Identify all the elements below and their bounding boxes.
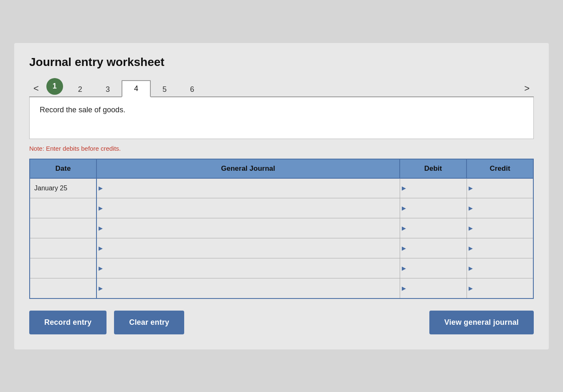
debit-input-4[interactable]: [407, 258, 467, 278]
credit-cell-5[interactable]: ▶: [467, 278, 533, 298]
gj-triangle-icon: ▶: [99, 225, 103, 231]
credit-cell-4[interactable]: ▶: [467, 258, 533, 278]
debit-cell-0[interactable]: ▶: [400, 178, 467, 198]
table-row: January 25▶▶▶: [30, 178, 533, 198]
record-entry-button[interactable]: Record entry: [29, 311, 107, 334]
debit-input-1[interactable]: [407, 198, 467, 218]
debit-triangle-icon: ▶: [402, 205, 406, 211]
tab-2[interactable]: 2: [66, 82, 94, 97]
credit-input-2[interactable]: [474, 218, 533, 238]
gj-input-2[interactable]: [104, 218, 400, 238]
credit-triangle-icon: ▶: [469, 245, 473, 251]
next-arrow[interactable]: >: [520, 84, 534, 96]
gj-cell-0[interactable]: ▶: [96, 178, 400, 198]
debit-cell-1[interactable]: ▶: [400, 198, 467, 218]
gj-input-4[interactable]: [104, 258, 400, 278]
tab-3[interactable]: 3: [94, 82, 122, 97]
table-row: ▶▶▶: [30, 218, 533, 238]
debit-input-5[interactable]: [407, 278, 467, 298]
prompt-box: Record the sale of goods.: [29, 97, 534, 139]
gj-cell-2[interactable]: ▶: [96, 218, 400, 238]
debit-cell-2[interactable]: ▶: [400, 218, 467, 238]
table-row: ▶▶▶: [30, 278, 533, 298]
date-cell-3: [30, 238, 96, 258]
debit-cell-4[interactable]: ▶: [400, 258, 467, 278]
debit-triangle-icon: ▶: [402, 285, 406, 291]
header-debit: Debit: [400, 159, 467, 178]
credit-cell-3[interactable]: ▶: [467, 238, 533, 258]
credit-cell-1[interactable]: ▶: [467, 198, 533, 218]
date-cell-4: [30, 258, 96, 278]
header-gj: General Journal: [96, 159, 400, 178]
credit-input-1[interactable]: [474, 198, 533, 218]
debit-input-0[interactable]: [407, 179, 467, 198]
gj-cell-1[interactable]: ▶: [96, 198, 400, 218]
gj-input-0[interactable]: [104, 179, 400, 198]
prompt-text: Record the sale of goods.: [40, 106, 125, 114]
note-text: Note: Enter debits before credits.: [29, 145, 534, 152]
tabs-navigation: < 1 2 3 4 5 6 >: [29, 77, 534, 97]
gj-triangle-icon: ▶: [99, 245, 103, 251]
credit-input-3[interactable]: [474, 238, 533, 258]
gj-triangle-icon: ▶: [99, 185, 103, 191]
gj-triangle-icon: ▶: [99, 285, 103, 291]
debit-triangle-icon: ▶: [402, 225, 406, 231]
tab-4[interactable]: 4: [122, 80, 151, 97]
credit-triangle-icon: ▶: [469, 225, 473, 231]
main-container: Journal entry worksheet < 1 2 3 4 5 6 > …: [14, 43, 549, 349]
gj-cell-3[interactable]: ▶: [96, 238, 400, 258]
date-cell-0: January 25: [30, 178, 96, 198]
page-title: Journal entry worksheet: [29, 56, 534, 69]
table-row: ▶▶▶: [30, 198, 533, 218]
credit-cell-0[interactable]: ▶: [467, 178, 533, 198]
gj-cell-4[interactable]: ▶: [96, 258, 400, 278]
view-general-journal-button[interactable]: View general journal: [429, 311, 534, 334]
gj-triangle-icon: ▶: [99, 205, 103, 211]
buttons-row: Record entry Clear entry View general jo…: [29, 311, 534, 334]
tab-5[interactable]: 5: [151, 82, 178, 97]
gj-input-3[interactable]: [104, 238, 400, 258]
debit-cell-5[interactable]: ▶: [400, 278, 467, 298]
credit-input-0[interactable]: [474, 179, 533, 198]
gj-triangle-icon: ▶: [99, 265, 103, 271]
gj-input-5[interactable]: [104, 278, 400, 298]
debit-triangle-icon: ▶: [402, 245, 406, 251]
date-cell-5: [30, 278, 96, 298]
debit-triangle-icon: ▶: [402, 185, 406, 191]
credit-input-5[interactable]: [474, 278, 533, 298]
tab-6[interactable]: 6: [178, 82, 206, 97]
date-cell-2: [30, 218, 96, 238]
journal-table: Date General Journal Debit Credit Januar…: [29, 159, 534, 299]
credit-triangle-icon: ▶: [469, 205, 473, 211]
prev-arrow[interactable]: <: [29, 84, 43, 96]
debit-input-2[interactable]: [407, 218, 467, 238]
gj-input-1[interactable]: [104, 198, 400, 218]
credit-input-4[interactable]: [474, 258, 533, 278]
debit-input-3[interactable]: [407, 238, 467, 258]
credit-cell-2[interactable]: ▶: [467, 218, 533, 238]
date-cell-1: [30, 198, 96, 218]
table-row: ▶▶▶: [30, 258, 533, 278]
table-row: ▶▶▶: [30, 238, 533, 258]
debit-triangle-icon: ▶: [402, 265, 406, 271]
tab-1[interactable]: 1: [46, 78, 63, 95]
credit-triangle-icon: ▶: [469, 265, 473, 271]
credit-triangle-icon: ▶: [469, 285, 473, 291]
header-credit: Credit: [467, 159, 533, 178]
header-date: Date: [30, 159, 96, 178]
clear-entry-button[interactable]: Clear entry: [114, 311, 184, 334]
gj-cell-5[interactable]: ▶: [96, 278, 400, 298]
debit-cell-3[interactable]: ▶: [400, 238, 467, 258]
credit-triangle-icon: ▶: [469, 185, 473, 191]
